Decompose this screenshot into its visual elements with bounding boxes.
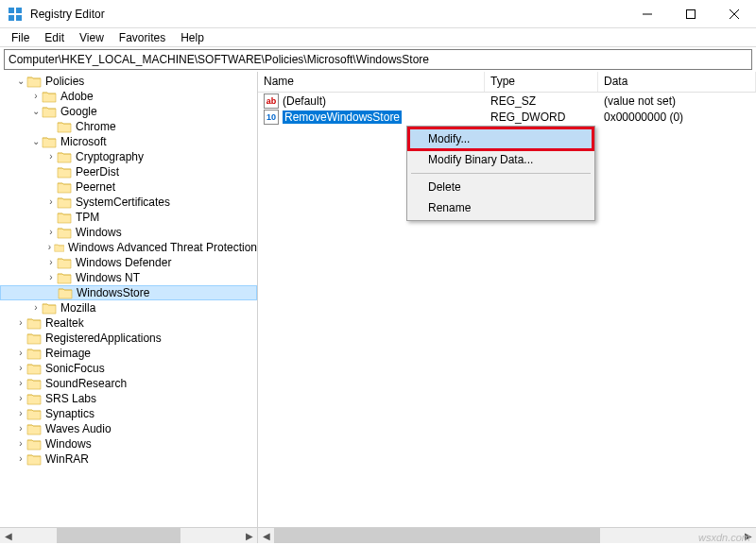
tree-item-label: Microsoft bbox=[60, 135, 107, 148]
menu-view[interactable]: View bbox=[72, 29, 112, 46]
tree-item-windows-advanced-threat-protection[interactable]: ›Windows Advanced Threat Protection bbox=[0, 240, 257, 255]
tree-item-mozilla[interactable]: ›Mozilla bbox=[0, 300, 257, 315]
chevron-right-icon[interactable]: › bbox=[45, 228, 57, 237]
tree-item-reimage[interactable]: ›Reimage bbox=[0, 346, 257, 361]
tree-item-label: Synaptics bbox=[45, 407, 94, 420]
column-name[interactable]: Name bbox=[258, 72, 485, 92]
chevron-right-icon[interactable]: › bbox=[15, 409, 26, 418]
menu-help[interactable]: Help bbox=[173, 29, 212, 46]
value-row[interactable]: ab(Default)REG_SZ(value not set) bbox=[258, 93, 756, 109]
tree-item-label: Windows bbox=[76, 226, 122, 239]
context-separator bbox=[411, 173, 591, 174]
tree-item-microsoft[interactable]: ⌄Microsoft bbox=[0, 134, 257, 149]
column-type[interactable]: Type bbox=[485, 72, 598, 92]
scroll-right-icon[interactable]: ▶ bbox=[241, 528, 257, 544]
tree-item-label: Adobe bbox=[60, 90, 94, 103]
value-type: REG_DWORD bbox=[485, 111, 598, 124]
window-title: Registry Editor bbox=[30, 8, 626, 21]
menu-favorites[interactable]: Favorites bbox=[112, 29, 173, 46]
scroll-left-icon[interactable]: ◀ bbox=[0, 528, 16, 544]
tree-item-label: WindowsStore bbox=[77, 286, 149, 299]
chevron-right-icon[interactable]: › bbox=[45, 258, 57, 267]
chevron-right-icon[interactable]: › bbox=[15, 349, 26, 358]
chevron-right-icon[interactable]: › bbox=[15, 364, 26, 373]
menu-edit[interactable]: Edit bbox=[37, 29, 72, 46]
tree-item-adobe[interactable]: ›Adobe bbox=[0, 89, 257, 104]
value-name: RemoveWindowsStore bbox=[283, 111, 402, 124]
registry-tree[interactable]: ⌄Policies›Adobe⌄Google·Chrome⌄Microsoft›… bbox=[0, 72, 257, 527]
context-modify-binary[interactable]: Modify Binary Data... bbox=[409, 149, 593, 170]
tree-item-peernet[interactable]: ·Peernet bbox=[0, 179, 257, 195]
tree-item-sonicfocus[interactable]: ›SonicFocus bbox=[0, 361, 257, 376]
tree-item-label: WinRAR bbox=[45, 452, 89, 466]
tree-item-peerdist[interactable]: ·PeerDist bbox=[0, 164, 257, 179]
value-data: 0x00000000 (0) bbox=[598, 111, 756, 124]
menu-bar: File Edit View Favorites Help bbox=[0, 28, 756, 47]
window-titlebar: Registry Editor bbox=[0, 0, 756, 28]
tree-item-label: Google bbox=[60, 105, 97, 118]
chevron-down-icon[interactable]: ⌄ bbox=[30, 107, 42, 116]
tree-item-systemcertificates[interactable]: ›SystemCertificates bbox=[0, 195, 257, 210]
tree-item-synaptics[interactable]: ›Synaptics bbox=[0, 406, 257, 421]
context-modify[interactable]: Modify... bbox=[409, 128, 593, 149]
chevron-right-icon[interactable]: › bbox=[15, 454, 26, 464]
app-icon bbox=[8, 7, 23, 22]
tree-item-registeredapplications[interactable]: ·RegisteredApplications bbox=[0, 331, 257, 346]
tree-item-soundresearch[interactable]: ›SoundResearch bbox=[0, 376, 257, 391]
tree-item-windows-nt[interactable]: ›Windows NT bbox=[0, 270, 257, 285]
tree-item-label: RegisteredApplications bbox=[45, 332, 162, 345]
chevron-right-icon[interactable]: › bbox=[15, 424, 26, 434]
tree-item-windowsstore[interactable]: ·WindowsStore bbox=[0, 285, 257, 300]
value-type: REG_SZ bbox=[485, 94, 598, 108]
chevron-down-icon[interactable]: ⌄ bbox=[30, 137, 42, 146]
tree-item-cryptography[interactable]: ›Cryptography bbox=[0, 149, 257, 164]
svg-rect-3 bbox=[16, 15, 22, 21]
chevron-right-icon[interactable]: › bbox=[15, 318, 26, 328]
values-horizontal-scrollbar[interactable]: ◀ ▶ bbox=[258, 527, 756, 543]
chevron-right-icon[interactable]: › bbox=[30, 92, 42, 101]
chevron-right-icon[interactable]: › bbox=[45, 197, 57, 207]
chevron-right-icon[interactable]: › bbox=[45, 243, 54, 252]
tree-item-realtek[interactable]: ›Realtek bbox=[0, 315, 257, 331]
tree-item-label: Reimage bbox=[45, 347, 91, 360]
tree-item-waves-audio[interactable]: ›Waves Audio bbox=[0, 421, 257, 436]
svg-rect-0 bbox=[9, 8, 14, 13]
close-button[interactable] bbox=[713, 0, 756, 28]
value-row[interactable]: 10RemoveWindowsStoreREG_DWORD0x00000000 … bbox=[258, 109, 756, 125]
chevron-right-icon[interactable]: › bbox=[15, 394, 26, 403]
tree-item-label: Waves Audio bbox=[45, 422, 112, 435]
tree-item-google[interactable]: ⌄Google bbox=[0, 104, 257, 119]
tree-item-label: Windows Defender bbox=[76, 256, 171, 269]
tree-item-windows-defender[interactable]: ›Windows Defender bbox=[0, 255, 257, 270]
tree-item-label: PeerDist bbox=[76, 165, 119, 179]
tree-item-policies[interactable]: ⌄Policies bbox=[0, 74, 257, 89]
context-delete[interactable]: Delete bbox=[409, 177, 593, 197]
tree-item-windows[interactable]: ›Windows bbox=[0, 436, 257, 451]
tree-item-windows[interactable]: ›Windows bbox=[0, 225, 257, 240]
menu-file[interactable]: File bbox=[4, 29, 37, 46]
context-rename[interactable]: Rename bbox=[409, 197, 593, 218]
tree-item-tpm[interactable]: ·TPM bbox=[0, 210, 257, 225]
tree-item-label: TPM bbox=[76, 211, 99, 224]
tree-item-winrar[interactable]: ›WinRAR bbox=[0, 451, 257, 467]
tree-item-chrome[interactable]: ·Chrome bbox=[0, 119, 257, 134]
chevron-right-icon[interactable]: › bbox=[45, 152, 57, 162]
minimize-button[interactable] bbox=[626, 0, 669, 28]
maximize-button[interactable] bbox=[669, 0, 713, 28]
scroll-left-icon[interactable]: ◀ bbox=[258, 528, 274, 544]
tree-item-label: SystemCertificates bbox=[76, 196, 170, 209]
chevron-down-icon[interactable]: ⌄ bbox=[15, 77, 26, 86]
tree-item-srs-labs[interactable]: ›SRS Labs bbox=[0, 391, 257, 406]
chevron-right-icon[interactable]: › bbox=[15, 439, 26, 449]
address-bar[interactable] bbox=[4, 49, 752, 70]
dword-value-icon: 10 bbox=[264, 110, 279, 125]
svg-rect-1 bbox=[16, 8, 22, 13]
chevron-right-icon[interactable]: › bbox=[30, 303, 42, 313]
chevron-right-icon[interactable]: › bbox=[45, 273, 57, 282]
chevron-right-icon[interactable]: › bbox=[15, 379, 26, 388]
column-data[interactable]: Data bbox=[598, 72, 756, 92]
svg-rect-2 bbox=[9, 15, 14, 21]
tree-item-label: Peernet bbox=[76, 180, 115, 194]
tree-horizontal-scrollbar[interactable]: ◀ ▶ bbox=[0, 527, 257, 543]
tree-item-label: Mozilla bbox=[60, 301, 95, 315]
